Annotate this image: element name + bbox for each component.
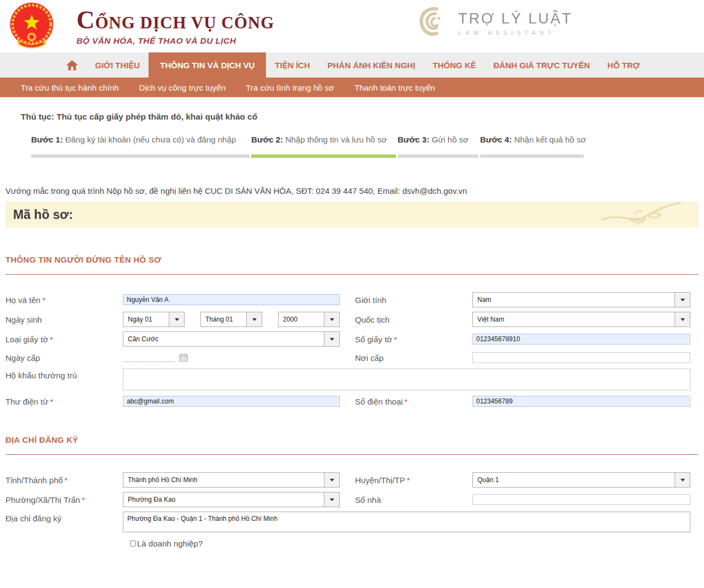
field-label-so-nha: Số nhà [355, 495, 472, 504]
la-doanh-nghiep-label: Là doanh nghiệp? [137, 539, 203, 548]
required-asterisk: * [82, 495, 85, 504]
nav-item-thong-ke[interactable]: THỐNG KÊ [424, 52, 484, 78]
home-button[interactable] [58, 52, 86, 78]
chevron-down-icon[interactable] [675, 293, 690, 307]
form-row: Phường/Xã/Thị Trấn* Phường Đa Kao Số nhà [5, 492, 690, 507]
la-doanh-nghiep-checkbox[interactable] [130, 541, 136, 547]
chevron-down-icon[interactable] [169, 312, 184, 326]
form-row: Thư điện tử* Số điện thoại* [5, 395, 690, 408]
calendar-icon[interactable] [179, 353, 188, 362]
huyen-thi-tp-select[interactable]: Quận 1 [472, 472, 690, 488]
birthdate-group: Ngày 01 Tháng 01 2000 [123, 312, 340, 327]
section-divider [5, 274, 699, 275]
page-header: CỔNG DỊCH VỤ CÔNG BỘ VĂN HÓA, THỂ THAO V… [0, 0, 704, 52]
brand-block: CỔNG DỊCH VỤ CÔNG BỘ VĂN HÓA, THỂ THAO V… [76, 7, 274, 46]
select-value: Ngày 01 [123, 316, 169, 323]
required-asterisk: * [64, 476, 68, 485]
field-label-gioi-tinh: Giới tính [355, 295, 472, 305]
step-text: Bước 1: Đăng ký tài khoản (nếu chưa có) … [31, 135, 250, 146]
step-label: Bước 1: [31, 135, 63, 144]
step-label: Bước 2: [251, 135, 283, 144]
nav-item-ho-tro[interactable]: HỖ TRỢ [599, 52, 648, 78]
nav-item-tien-ich[interactable]: TIỆN ÍCH [266, 52, 318, 78]
field-label-noi-cap: Nơi cấp [355, 353, 472, 363]
birth-month-select[interactable]: Tháng 01 [200, 312, 262, 327]
noi-cap-input[interactable] [472, 352, 690, 363]
step-progress-bar [398, 155, 478, 158]
partner-subtitle: LAW ASSISTANT [458, 29, 572, 36]
step-desc: Nhập thông tin và lưu hồ sơ [285, 135, 387, 144]
dia-chi-dang-ky-textarea[interactable]: Phường Đa Kao - Quận 1 - Thành phố Hồ Ch… [123, 512, 690, 532]
chevron-down-icon[interactable] [675, 312, 690, 326]
home-icon [66, 60, 78, 70]
select-value: Tháng 01 [201, 316, 246, 323]
main-nav: GIỚI THIỆU THÔNG TIN VÀ DỊCH VỤ TIỆN ÍCH… [0, 52, 704, 78]
select-value: Thành phố Hồ Chí Minh [123, 476, 324, 484]
field-label-ho-khau: Hộ khẩu thường trú [5, 369, 123, 380]
required-asterisk: * [407, 476, 410, 485]
quoc-tich-select[interactable]: Việt Nam [472, 312, 690, 327]
birth-day-select[interactable]: Ngày 01 [123, 312, 185, 327]
section-title-address: ĐỊA CHỈ ĐĂNG KÝ [5, 435, 704, 444]
subnav-item-thanh-toan[interactable]: Thanh toán trực tuyến [354, 83, 435, 92]
so-nha-input[interactable] [472, 494, 690, 505]
sub-nav: Tra cứu thủ tục hành chính Dịch vụ công … [0, 78, 704, 97]
field-label-ngay-cap: Ngày cấp [5, 353, 123, 363]
thu-dien-tu-input[interactable] [123, 396, 340, 407]
nav-item-danh-gia-truc-tuyen[interactable]: ĐÁNH GIÁ TRỰC TUYẾN [485, 52, 599, 78]
tinh-thanh-pho-select[interactable]: Thành phố Hồ Chí Minh [123, 472, 340, 488]
procedure-title: Thủ tục: Thủ tục cấp giấy phép thăm dò, … [21, 112, 704, 122]
field-label-so-giay-to: Số giấy tờ* [355, 335, 472, 344]
form-row: Tỉnh/Thành phố* Thành phố Hồ Chí Minh Hu… [5, 472, 690, 488]
step-text: Bước 2: Nhập thông tin và lưu hồ sơ [251, 135, 396, 146]
step-progress-bar [251, 155, 396, 158]
step-desc: Đăng ký tài khoản (nếu chưa có) và đăng … [65, 135, 236, 144]
form-row: Họ và tên* Giới tính Nam [5, 292, 690, 307]
chevron-down-icon[interactable] [324, 473, 339, 487]
la-doanh-nghiep-row: Là doanh nghiệp? [130, 539, 690, 548]
required-asterisk: * [50, 397, 53, 406]
step-indicator: Bước 1: Đăng ký tài khoản (nếu chưa có) … [31, 135, 704, 158]
section-title-person: THÔNG TIN NGƯỜI ĐỨNG TÊN HỒ SƠ [5, 255, 704, 264]
field-label-thu-dien-tu: Thư điện tử* [5, 397, 123, 406]
so-giay-to-input[interactable] [472, 334, 690, 345]
field-label-phuong-xa: Phường/Xã/Thị Trấn* [5, 495, 123, 504]
step-text: Bước 3: Gửi hồ sơ [398, 135, 478, 146]
step-label: Bước 4: [480, 135, 512, 144]
form-row: Loại giấy tờ* Căn Cước Số giấy tờ* [5, 331, 690, 347]
ho-khau-textarea[interactable] [123, 369, 690, 390]
chevron-down-icon[interactable] [324, 492, 339, 507]
gioi-tinh-select[interactable]: Nam [472, 292, 690, 307]
select-value: Quận 1 [473, 476, 675, 484]
chevron-down-icon[interactable] [675, 473, 690, 487]
brand-subtitle: BỘ VĂN HÓA, THỂ THAO VÀ DU LỊCH [76, 36, 274, 46]
chevron-down-icon[interactable] [324, 312, 339, 326]
person-form: Họ và tên* Giới tính Nam Ngày sinh Ngày … [5, 292, 690, 408]
step-4: Bước 4: Nhận kết quả hồ sơ [480, 135, 584, 158]
subnav-item-tra-cuu-tinh-trang[interactable]: Tra cứu tình trạng hồ sơ [246, 83, 334, 92]
birth-year-select[interactable]: 2000 [278, 312, 340, 327]
ngay-cap-input[interactable] [123, 353, 175, 362]
subnav-item-dich-vu-cong[interactable]: Dịch vụ công trực tuyến [139, 83, 226, 92]
chevron-down-icon[interactable] [246, 312, 262, 326]
field-label-quoc-tich: Quốc tịch [355, 315, 472, 324]
step-desc: Gửi hồ sơ [431, 135, 468, 144]
address-form: Tỉnh/Thành phố* Thành phố Hồ Chí Minh Hu… [5, 472, 690, 548]
loai-giay-to-select[interactable]: Căn Cước [123, 331, 340, 347]
phuong-xa-select[interactable]: Phường Đa Kao [123, 492, 340, 507]
chevron-down-icon[interactable] [324, 332, 339, 346]
nav-item-phan-anh-kien-nghi[interactable]: PHẢN ÁNH KIẾN NGHỊ [318, 52, 424, 78]
step-label: Bước 3: [398, 135, 429, 144]
nav-item-gioi-thieu[interactable]: GIỚI THIỆU [86, 52, 149, 78]
select-value: Phường Đa Kao [123, 496, 324, 503]
select-value: Nam [473, 296, 675, 304]
brand-title: CỔNG DỊCH VỤ CÔNG [76, 7, 274, 34]
bird-ornament-watermark-icon [596, 201, 683, 228]
so-dien-thoai-input[interactable] [472, 396, 690, 407]
nav-item-thong-tin-va-dich-vu[interactable]: THÔNG TIN VÀ DỊCH VỤ [149, 52, 266, 78]
section-divider [5, 454, 699, 455]
select-value: 2000 [279, 316, 324, 323]
ho-va-ten-input[interactable] [123, 294, 340, 305]
subnav-item-tra-cuu-thu-tuc[interactable]: Tra cứu thủ tục hành chính [21, 83, 119, 92]
step-2-active: Bước 2: Nhập thông tin và lưu hồ sơ [251, 135, 396, 158]
